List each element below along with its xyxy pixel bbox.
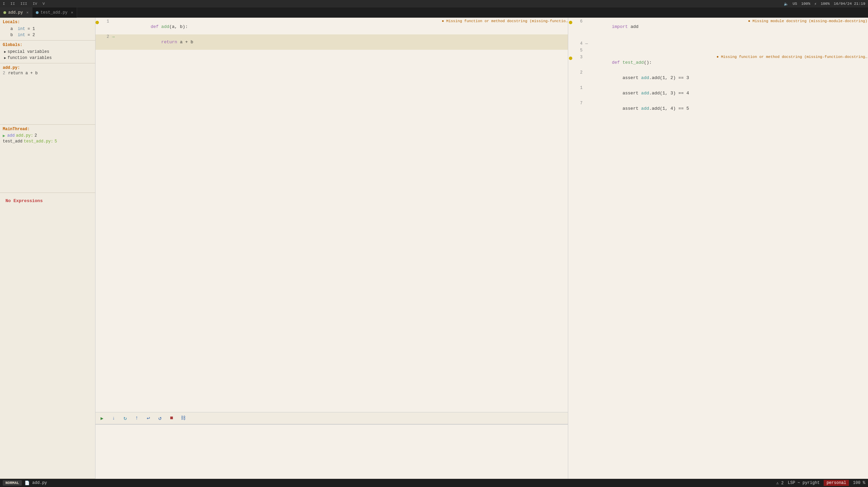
diag-num-4: 4	[574, 41, 585, 46]
tab-label-add: add.py	[8, 10, 23, 15]
diag-num-6: 6	[574, 19, 585, 24]
special-variables-label: special variables	[8, 49, 49, 54]
stack-item-add[interactable]: ▶ add add.py:2	[3, 133, 92, 139]
diag-content-a3: assert add.add(1, 4) == 5	[585, 101, 867, 116]
diag-num-5: 5	[574, 48, 585, 53]
code-line-1: 1 def add(a, b): ● Missing function or m…	[95, 19, 568, 34]
step-out-button[interactable]: ↑	[133, 414, 141, 422]
assert-obj-1: add	[641, 75, 649, 80]
diag-line-assert1: 2 assert add.add(1, 2) == 3	[568, 70, 868, 86]
line-content-2: return a + b	[119, 34, 568, 50]
kw-return: return	[151, 40, 180, 45]
assert-kw-1: assert	[612, 75, 641, 80]
return-expr: a + b	[180, 40, 193, 45]
stack-fname-add: add	[7, 133, 15, 138]
debug-toolbar: ▶ ↓ ↻ ↑ ↩ ↺ ■ ⛓	[95, 412, 568, 424]
line-num-1: 1	[101, 19, 112, 24]
breakpoint-dot-3[interactable]	[569, 57, 572, 60]
stack-ffile-test: test_add.py:	[24, 139, 53, 144]
diag-line-6: 6 import add ● Missing module docstring …	[568, 19, 868, 34]
function-variables-label: function variables	[8, 56, 52, 60]
diag-line-blank1	[568, 34, 868, 41]
tab-close-add[interactable]: ✕	[26, 10, 29, 15]
tabbar: add.py ✕ test_add.py ✕	[0, 7, 868, 18]
brightness-label: 100%	[801, 2, 810, 6]
code-view-add-py: 1 def add(a, b): ● Missing function or m…	[95, 18, 568, 51]
vim-tab-5[interactable]: V	[43, 2, 45, 6]
tab-add-py[interactable]: add.py ✕	[0, 7, 32, 18]
breakpoint-dot-1[interactable]	[95, 21, 99, 24]
special-variables-row[interactable]: ▶ special variables	[3, 49, 92, 55]
statusbar-right: ⚠ 2 LSP ~ pyright personal 100 %	[776, 480, 865, 486]
assert-call-3: .add(1, 4) == 5	[649, 106, 689, 111]
diag-line-3: 3 def test_add(): ● Missing function or …	[568, 55, 868, 70]
diag-num-a1: 2	[574, 70, 585, 75]
locale-label: US	[793, 2, 797, 6]
step-into-button[interactable]: ↻	[121, 414, 129, 422]
terminal-left	[95, 425, 568, 479]
locals-section: Locals: a int = 1 b int = 2	[0, 18, 95, 41]
vim-tab-2[interactable]: II	[11, 2, 15, 6]
status-file-name: add.py	[32, 481, 47, 485]
stack-item-test[interactable]: test_add test_add.py:5	[3, 139, 92, 144]
link-button[interactable]: ⛓	[179, 414, 187, 422]
diag-line-assert2: 1 assert add.add(1, 3) == 4	[568, 86, 868, 101]
diag-line-4: 4 ─	[568, 41, 868, 48]
status-file-icon: 📄	[25, 481, 30, 486]
file-context-line: 2 return a + b	[3, 70, 92, 76]
diag-gutter-6	[569, 19, 574, 26]
editor-area[interactable]: 1 def add(a, b): ● Missing function or m…	[95, 18, 568, 412]
datetime-label: 16/04/24 21:19	[834, 2, 865, 6]
speaker-icon: 🔈	[784, 2, 789, 6]
lsp-warn-3: ● Missing function or method docstring (…	[717, 55, 867, 59]
code-view-test-add: 6 import add ● Missing module docstring …	[568, 18, 868, 118]
tab-close-test[interactable]: ✕	[71, 10, 73, 15]
globals-title: Globals:	[3, 43, 92, 47]
diag-content-a2: assert add.add(1, 3) == 4	[585, 86, 867, 101]
var-b: b int = 2	[3, 32, 92, 38]
vim-tab-4[interactable]: IV	[33, 2, 37, 6]
stack-title: MainThread:	[3, 127, 92, 132]
tab-test-add-py[interactable]: test_add.py ✕	[32, 7, 77, 18]
rewind-button[interactable]: ↺	[156, 414, 164, 422]
diag-num-3: 3	[574, 55, 585, 60]
line-arrow-2: →	[112, 34, 119, 40]
stop-button[interactable]: ■	[168, 414, 175, 422]
file-context-section: add.py: 2 return a + b	[0, 63, 95, 125]
battery-label: 100%	[821, 2, 829, 6]
diag-line-assert3: 7 assert add.add(1, 4) == 5	[568, 101, 868, 116]
function-variables-row[interactable]: ▶ function variables	[3, 55, 92, 61]
vim-tab-1[interactable]: I	[3, 2, 5, 6]
diag-content-6: import add	[585, 19, 747, 34]
source-pane: 1 def add(a, b): ● Missing function or m…	[95, 18, 568, 479]
topbar: I II III IV V 🔈 US 100% ⚡ 100% 16/04/24 …	[0, 0, 868, 7]
diag-content-3: def test_add():	[585, 55, 715, 70]
statusbar: NORMAL 📄 add.py ⚠ 2 LSP ~ pyright person…	[0, 479, 868, 487]
continue-button[interactable]: ▶	[98, 414, 106, 422]
tab-dot-add	[3, 11, 6, 14]
vim-tab-3[interactable]: III	[20, 2, 27, 6]
expressions-section: No Expressions	[0, 193, 95, 479]
diag-line-5: 5	[568, 48, 868, 55]
var-b-type: int	[18, 33, 25, 37]
stack-fname-test: test_add	[3, 139, 23, 144]
kw-import: import	[612, 24, 631, 29]
file-context-title: add.py:	[3, 65, 92, 70]
topbar-vim-tabs: I II III IV V	[3, 2, 45, 6]
lsp-warn-6: ● Missing module docstring (missing-modu…	[748, 19, 867, 23]
restart-button[interactable]: ↩	[145, 414, 152, 422]
breakpoint-dot-6[interactable]	[569, 21, 572, 24]
statusbar-left: NORMAL 📄 add.py	[3, 480, 47, 486]
status-lsp: LSP ~ pyright	[788, 481, 820, 485]
status-branch: personal	[824, 480, 849, 486]
fn-test-params: ():	[644, 60, 652, 65]
file-line-content: return a + b	[8, 71, 38, 76]
no-expressions-label: No Expressions	[3, 196, 92, 206]
right-pane: 6 import add ● Missing module docstring …	[568, 18, 868, 479]
tab-label-test: test_add.py	[41, 10, 68, 15]
fn-name-test: test_add	[622, 60, 644, 65]
kw-def-1: def	[151, 24, 161, 29]
diag-content-4: ─	[585, 41, 867, 46]
fn-name-add: add	[161, 24, 169, 29]
step-over-button[interactable]: ↓	[110, 414, 117, 422]
